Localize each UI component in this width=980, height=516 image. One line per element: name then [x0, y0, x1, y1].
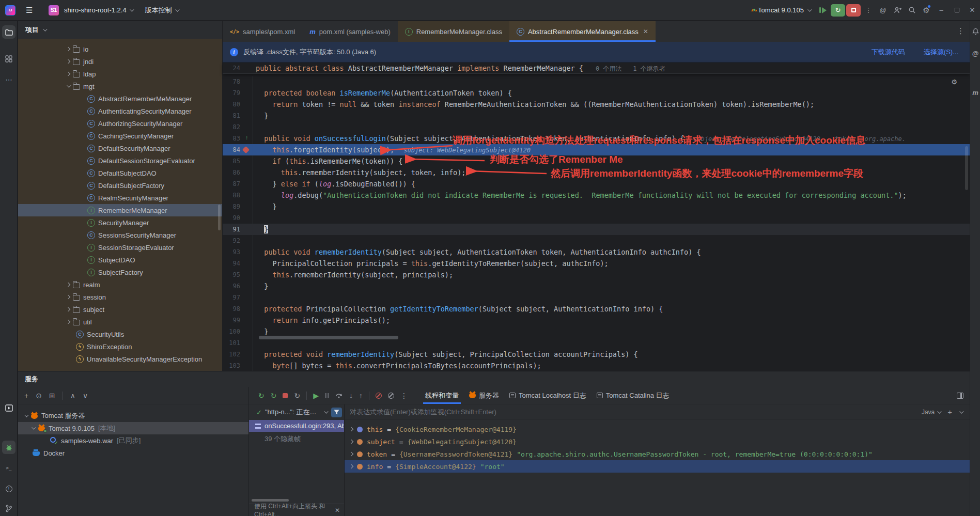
- collapse-icon[interactable]: [959, 409, 963, 413]
- mute-breakpoints-icon[interactable]: [376, 393, 382, 399]
- gutter[interactable]: 89: [223, 201, 256, 212]
- add-watch-icon[interactable]: +: [947, 408, 952, 416]
- structure-tool-icon[interactable]: [2, 52, 15, 66]
- gutter[interactable]: 79: [223, 87, 256, 99]
- tree-item-sessionssecuritymanager[interactable]: CSessionsSecurityManager: [18, 229, 222, 241]
- tree-item-authorizingsecuritymanager[interactable]: CAuthorizingSecurityManager: [18, 117, 222, 130]
- close-hint-icon[interactable]: ✕: [335, 507, 340, 514]
- chevron-right-icon[interactable]: [349, 464, 353, 468]
- gutter[interactable]: 80: [223, 99, 256, 110]
- gutter[interactable]: 81: [223, 110, 256, 121]
- gutter[interactable]: 95: [223, 269, 256, 280]
- code-line-83[interactable]: 83↑ public void onSuccessfulLogin(Subjec…: [223, 133, 970, 144]
- gutter[interactable]: 94: [223, 258, 256, 269]
- chevron-right-icon[interactable]: [66, 295, 70, 299]
- service-row-samples-web.war[interactable]: ✓samples-web.war[已同步]: [18, 434, 248, 447]
- tab-server[interactable]: 服务器: [467, 387, 501, 404]
- rerun-icon[interactable]: ↻: [258, 392, 265, 399]
- chevron-right-icon[interactable]: [349, 427, 353, 431]
- code-line-99[interactable]: 99 return info.getPrincipals();: [223, 315, 970, 326]
- project-tool-icon[interactable]: [2, 25, 15, 39]
- gutter[interactable]: 102: [223, 349, 256, 360]
- chevron-right-icon[interactable]: [349, 440, 353, 444]
- tab-tomcat-localhost-log[interactable]: Tomcat Localhost 日志: [507, 387, 588, 404]
- terminal-tool-icon[interactable]: >_: [2, 461, 15, 475]
- tab-samples-pom[interactable]: </> samples\pom.xml: [223, 21, 302, 42]
- code-line-79[interactable]: 79 protected boolean isRememberMe(Authen…: [223, 87, 970, 99]
- pause-icon[interactable]: [325, 393, 329, 398]
- gutter[interactable]: 101: [223, 337, 256, 349]
- code-line-88[interactable]: 88 log.debug("AuthenticationToken did no…: [223, 190, 970, 201]
- gutter[interactable]: 88: [223, 190, 256, 201]
- stop-button[interactable]: [846, 4, 861, 17]
- code-line-97[interactable]: 97: [223, 292, 970, 303]
- add-service-icon[interactable]: +: [24, 392, 28, 400]
- tree-item-shiroexception[interactable]: ϟShiroException: [18, 340, 222, 353]
- tree-item-defaultsubjectfactory[interactable]: CDefaultSubjectFactory: [18, 179, 222, 192]
- maven-tool-icon[interactable]: m: [971, 87, 980, 98]
- variable-row-subject[interactable]: subject = {WebDelegatingSubject@4120}: [345, 435, 970, 448]
- gutter[interactable]: 86: [223, 167, 256, 178]
- project-tree-scrollbar[interactable]: [218, 205, 221, 230]
- expand-all-icon[interactable]: ∧: [70, 392, 75, 400]
- gutter[interactable]: 84: [223, 144, 256, 155]
- rerun-debug-icon[interactable]: ↻: [271, 392, 277, 399]
- project-avatar[interactable]: S1: [49, 5, 59, 15]
- ai-assistant-stripe-icon[interactable]: @: [971, 48, 980, 58]
- code-line-85[interactable]: 85 if (this.isRememberMe(token)) {: [223, 155, 970, 167]
- code-line-89[interactable]: 89 }: [223, 201, 970, 212]
- tree-item-jndi[interactable]: jndi: [18, 55, 222, 68]
- stop-icon[interactable]: [283, 393, 288, 398]
- gutter[interactable]: 83↑: [223, 133, 256, 144]
- collapse-all-icon[interactable]: ∨: [83, 392, 88, 400]
- step-into-icon[interactable]: ↓: [349, 392, 353, 399]
- implements-method-icon[interactable]: ↑: [245, 134, 248, 140]
- tree-item-abstractremembermemanager[interactable]: CAbstractRememberMeManager: [18, 92, 222, 105]
- frames-scrollbar[interactable]: [252, 499, 289, 502]
- tree-item-securitymanager[interactable]: ISecurityManager: [18, 216, 222, 229]
- tab-tomcat-catalina-log[interactable]: Tomcat Catalina 日志: [595, 387, 672, 404]
- tab-options-icon[interactable]: ⋮: [957, 26, 965, 36]
- tree-item-io[interactable]: io: [18, 43, 222, 55]
- gutter[interactable]: 87: [223, 178, 256, 190]
- stack-frame-row[interactable]: onSuccessfulLogin:293, Abstrac: [249, 420, 344, 432]
- variable-row-token[interactable]: token = {UsernamePasswordToken@4121} "or…: [345, 448, 970, 460]
- chevron-right-icon[interactable]: [66, 47, 70, 51]
- code-with-me-icon[interactable]: [891, 4, 904, 17]
- code-line-98[interactable]: 98 protected PrincipalCollection getIden…: [223, 303, 970, 315]
- code-line-82[interactable]: 82: [223, 121, 970, 133]
- project-panel-header[interactable]: 项目: [18, 21, 222, 39]
- close-tab-icon[interactable]: ✕: [643, 28, 648, 35]
- chevron-right-icon[interactable]: [66, 320, 70, 324]
- gutter[interactable]: 96: [223, 280, 256, 292]
- variable-row-this[interactable]: this = {CookieRememberMeManager@4119}: [345, 423, 970, 435]
- chevron-right-icon[interactable]: [66, 59, 70, 64]
- debugger-more-icon[interactable]: ⋮: [400, 392, 408, 399]
- code-editor[interactable]: 7879 protected boolean isRememberMe(Auth…: [223, 74, 970, 371]
- tree-item-defaultsessionstorageevaluator[interactable]: CDefaultSessionStorageEvaluator: [18, 154, 222, 167]
- open-in-split-icon[interactable]: ⊞: [49, 392, 55, 400]
- settings-icon[interactable]: ⚙: [920, 4, 933, 17]
- rerun-debug-button[interactable]: ↻: [831, 4, 845, 17]
- code-line-81[interactable]: 81 }: [223, 110, 970, 121]
- service-row-tomcat-服务器[interactable]: Tomcat 服务器: [18, 410, 248, 422]
- gutter[interactable]: 82: [223, 121, 256, 133]
- vcs-menu[interactable]: 版本控制: [145, 6, 178, 15]
- gutter[interactable]: 97: [223, 292, 256, 303]
- gutter[interactable]: 98: [223, 303, 256, 315]
- gutter[interactable]: 91: [223, 224, 256, 235]
- code-line-102[interactable]: 102 protected void rememberIdentity(Subj…: [223, 349, 970, 360]
- step-out-icon[interactable]: ↑: [359, 392, 363, 399]
- resume-icon[interactable]: ▶: [313, 392, 319, 399]
- hidden-frames-label[interactable]: 39 个隐藏帧: [249, 432, 344, 444]
- tree-item-cachingsecuritymanager[interactable]: CCachingSecurityManager: [18, 130, 222, 142]
- code-line-96[interactable]: 96 }: [223, 280, 970, 292]
- search-everywhere-icon[interactable]: [905, 4, 919, 17]
- editor-horizontal-scrollbar[interactable]: [259, 336, 398, 339]
- step-over-icon[interactable]: [335, 392, 343, 399]
- tree-item-remembermemanager[interactable]: IRememberMeManager: [18, 204, 222, 216]
- gutter[interactable]: 93: [223, 246, 256, 258]
- code-line-86[interactable]: 86 this.rememberIdentity(subject, token,…: [223, 167, 970, 178]
- refresh-icon[interactable]: ↻: [294, 392, 300, 399]
- code-line-90[interactable]: 90: [223, 212, 970, 224]
